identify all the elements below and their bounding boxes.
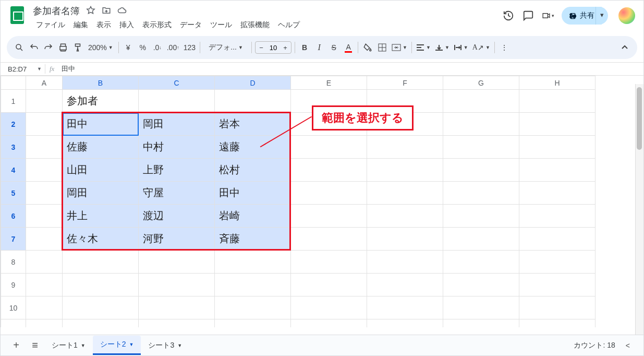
menu-help[interactable]: ヘルプ bbox=[275, 18, 303, 32]
sheet-tab-1[interactable]: シート1▼ bbox=[44, 336, 93, 355]
row-header-5[interactable]: 5 bbox=[1, 182, 26, 205]
menu-tools[interactable]: ツール bbox=[207, 18, 235, 32]
all-sheets-button[interactable]: ≡ bbox=[26, 336, 44, 355]
font-size-input[interactable] bbox=[267, 44, 280, 52]
cell-B6[interactable]: 井上 bbox=[63, 205, 139, 228]
cell-A11[interactable] bbox=[26, 319, 63, 328]
cell-A1[interactable] bbox=[26, 90, 63, 113]
cell-F3[interactable] bbox=[367, 136, 443, 159]
cell-D6[interactable]: 岩崎 bbox=[215, 205, 291, 228]
cell-H8[interactable] bbox=[519, 251, 596, 274]
row-header-10[interactable]: 10 bbox=[1, 296, 26, 319]
cell-C2[interactable]: 岡田 bbox=[139, 113, 215, 136]
cell-E3[interactable] bbox=[291, 136, 367, 159]
column-header-B[interactable]: B bbox=[63, 76, 139, 90]
cell-E4[interactable] bbox=[291, 159, 367, 182]
cell-A7[interactable] bbox=[26, 228, 63, 251]
cell-G5[interactable] bbox=[443, 182, 519, 205]
menu-extensions[interactable]: 拡張機能 bbox=[237, 18, 273, 32]
rotate-button[interactable]: A↗▼ bbox=[470, 40, 492, 55]
cell-H1[interactable] bbox=[519, 90, 596, 113]
cell-E11[interactable] bbox=[291, 319, 367, 328]
row-header-3[interactable]: 3 bbox=[1, 136, 26, 159]
cell-B5[interactable]: 岡田 bbox=[63, 182, 139, 205]
cell-C6[interactable]: 渡辺 bbox=[139, 205, 215, 228]
menu-format[interactable]: 表示形式 bbox=[139, 18, 175, 32]
cell-G2[interactable] bbox=[443, 113, 519, 136]
cell-A8[interactable] bbox=[26, 251, 63, 274]
font-size-decrease[interactable]: − bbox=[256, 44, 267, 52]
menu-view[interactable]: 表示 bbox=[93, 18, 114, 32]
menu-data[interactable]: データ bbox=[177, 18, 205, 32]
cell-B4[interactable]: 山田 bbox=[63, 159, 139, 182]
cell-F8[interactable] bbox=[367, 251, 443, 274]
undo-button[interactable] bbox=[27, 40, 41, 55]
sheets-logo[interactable] bbox=[7, 5, 28, 26]
sheet-tab-menu-icon[interactable]: ▼ bbox=[81, 343, 86, 348]
cell-G4[interactable] bbox=[443, 159, 519, 182]
increase-decimal-button[interactable]: .00↑ bbox=[165, 40, 181, 55]
menu-insert[interactable]: 挿入 bbox=[116, 18, 137, 32]
meet-icon[interactable]: ▾ bbox=[542, 9, 554, 22]
redo-button[interactable] bbox=[41, 40, 56, 55]
cell-F7[interactable] bbox=[367, 228, 443, 251]
row-header-4[interactable]: 4 bbox=[1, 159, 26, 182]
row-header-9[interactable]: 9 bbox=[1, 274, 26, 296]
cell-G1[interactable] bbox=[443, 90, 519, 113]
cell-F10[interactable] bbox=[367, 296, 443, 319]
comment-icon[interactable] bbox=[522, 9, 534, 22]
cell-H9[interactable] bbox=[519, 274, 596, 296]
row-header-8[interactable]: 8 bbox=[1, 251, 26, 274]
cell-C1[interactable] bbox=[139, 90, 215, 113]
cell-D7[interactable]: 斉藤 bbox=[215, 228, 291, 251]
row-header-6[interactable]: 6 bbox=[1, 205, 26, 228]
cell-E8[interactable] bbox=[291, 251, 367, 274]
percent-button[interactable]: % bbox=[136, 40, 150, 55]
spreadsheet-grid[interactable]: ABCDEFGH1参加者2田中岡田岩本3佐藤中村遠藤4山田上野松村5岡田守屋田中… bbox=[1, 76, 643, 327]
merge-button[interactable]: ▼ bbox=[390, 40, 409, 55]
cell-C5[interactable]: 守屋 bbox=[139, 182, 215, 205]
cell-D11[interactable] bbox=[215, 319, 291, 328]
column-header-F[interactable]: F bbox=[367, 76, 443, 90]
sheet-tab-3[interactable]: シート3▼ bbox=[141, 336, 189, 355]
cell-C10[interactable] bbox=[139, 296, 215, 319]
sheet-tab-2[interactable]: シート2▼ bbox=[93, 336, 141, 355]
text-color-button[interactable]: A bbox=[341, 40, 356, 55]
cell-B10[interactable] bbox=[63, 296, 139, 319]
cell-G7[interactable] bbox=[443, 228, 519, 251]
cell-A3[interactable] bbox=[26, 136, 63, 159]
cell-F4[interactable] bbox=[367, 159, 443, 182]
column-header-D[interactable]: D bbox=[215, 76, 291, 90]
vertical-scrollbar[interactable] bbox=[635, 84, 643, 335]
cell-G8[interactable] bbox=[443, 251, 519, 274]
cloud-icon[interactable] bbox=[117, 6, 127, 17]
cell-E9[interactable] bbox=[291, 274, 367, 296]
cell-A2[interactable] bbox=[26, 113, 63, 136]
cell-H7[interactable] bbox=[519, 228, 596, 251]
cell-A4[interactable] bbox=[26, 159, 63, 182]
menu-edit[interactable]: 編集 bbox=[70, 18, 91, 32]
zoom-select[interactable]: 200%▼ bbox=[85, 40, 116, 55]
cell-D10[interactable] bbox=[215, 296, 291, 319]
cell-C8[interactable] bbox=[139, 251, 215, 274]
bold-button[interactable]: B bbox=[297, 40, 312, 55]
cell-B8[interactable] bbox=[63, 251, 139, 274]
status-count[interactable]: カウント: 18 bbox=[574, 341, 615, 350]
row-header-11[interactable]: 11 bbox=[1, 319, 26, 328]
cell-D8[interactable] bbox=[215, 251, 291, 274]
add-sheet-button[interactable]: + bbox=[7, 336, 26, 355]
cell-D9[interactable] bbox=[215, 274, 291, 296]
cell-C4[interactable]: 上野 bbox=[139, 159, 215, 182]
avatar[interactable] bbox=[618, 7, 635, 24]
cell-A5[interactable] bbox=[26, 182, 63, 205]
currency-button[interactable]: ¥ bbox=[121, 40, 136, 55]
column-header-C[interactable]: C bbox=[139, 76, 215, 90]
fill-color-button[interactable] bbox=[360, 40, 375, 55]
font-size-control[interactable]: − + bbox=[255, 41, 291, 54]
cell-H6[interactable] bbox=[519, 205, 596, 228]
cell-A10[interactable] bbox=[26, 296, 63, 319]
cell-H4[interactable] bbox=[519, 159, 596, 182]
cell-G11[interactable] bbox=[443, 319, 519, 328]
sheet-tab-menu-icon[interactable]: ▼ bbox=[177, 343, 182, 348]
cell-H11[interactable] bbox=[519, 319, 596, 328]
